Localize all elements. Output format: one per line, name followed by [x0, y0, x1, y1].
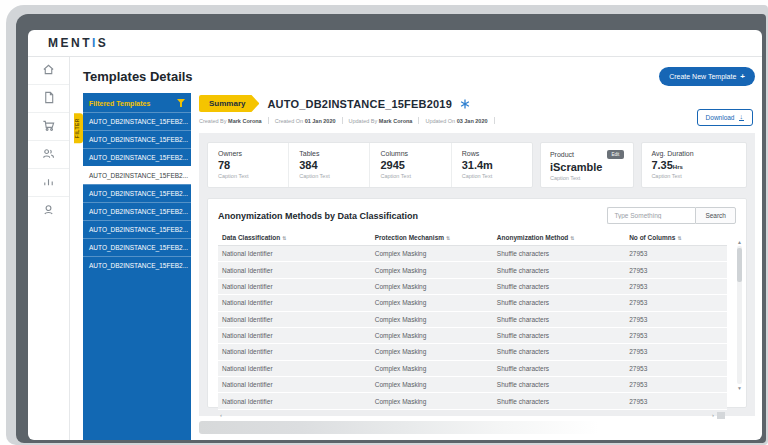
cell-data-classification: National Identifier	[218, 328, 371, 343]
scroll-down-icon[interactable]: ▼	[737, 385, 742, 391]
table-row[interactable]: National Identifier Complex Masking Shuf…	[218, 312, 727, 328]
users-icon	[42, 146, 55, 164]
product-badge[interactable]: Edit	[607, 150, 625, 159]
scroll-right-icon[interactable]: ›	[712, 412, 714, 418]
cell-data-classification: National Identifier	[218, 312, 371, 327]
table-body: National Identifier Complex Masking Shuf…	[218, 246, 727, 410]
mentis-logo[interactable]: MENTIS	[48, 36, 108, 50]
filtered-templates-header: Filtered Templates	[83, 93, 191, 112]
filter-icon[interactable]	[177, 99, 185, 107]
download-icon: ↓	[739, 114, 745, 121]
sort-icon: ⇅	[570, 235, 574, 241]
cell-data-classification: National Identifier	[218, 295, 371, 310]
table-row[interactable]: National Identifier Complex Masking Shuf…	[218, 328, 727, 344]
app-window: MENTIS	[28, 30, 762, 440]
table-row[interactable]: National Identifier Complex Masking Shuf…	[218, 295, 727, 311]
file-icon	[43, 90, 55, 108]
cell-data-classification: National Identifier	[218, 361, 371, 376]
cell-protection-mechanism: Complex Masking	[371, 377, 493, 392]
product-label: Product	[550, 151, 574, 158]
sidebar-item-home[interactable]	[28, 57, 69, 85]
table-row[interactable]: National Identifier Complex Masking Shuf…	[218, 393, 727, 409]
cell-protection-mechanism: Complex Masking	[371, 279, 493, 294]
data-table: Data Classification⇅ Protection Mechanis…	[218, 231, 736, 403]
sidebar-item-cart[interactable]	[28, 113, 69, 141]
table-row[interactable]: National Identifier Complex Masking Shuf…	[218, 279, 727, 295]
meta-separator	[494, 117, 495, 124]
table-row[interactable]: National Identifier Complex Masking Shuf…	[218, 246, 727, 262]
filter-tab[interactable]: FILTER	[74, 113, 83, 143]
summary-block: Summary AUTO_DB2INSTANCE_15FEB2019	[199, 93, 755, 124]
cell-no-of-columns: 27953	[625, 361, 727, 376]
template-item[interactable]: AUTO_DB2INSTANCE_15FEB2...	[83, 166, 191, 184]
scrollbar-track[interactable]	[737, 246, 742, 384]
stat-card: Rows 31.4m Caption Text	[451, 143, 532, 187]
template-item[interactable]: AUTO_DB2INSTANCE_15FEB2...	[83, 148, 191, 166]
sidebar-item-users[interactable]	[28, 141, 69, 169]
template-item[interactable]: AUTO_DB2INSTANCE_15FEB2...	[83, 220, 191, 238]
cell-no-of-columns: 27953	[625, 262, 727, 277]
meta-item: Updated By Mark Corona	[349, 118, 413, 124]
scrollbar-corner[interactable]	[717, 412, 725, 419]
create-new-template-button[interactable]: Create New Template +	[659, 67, 755, 86]
cell-data-classification: National Identifier	[218, 279, 371, 294]
stat-card: Tables 384 Caption Text	[288, 143, 369, 187]
cell-no-of-columns: 27953	[625, 295, 727, 310]
meta-separator	[418, 117, 419, 124]
duration-caption: Caption Text	[651, 173, 737, 179]
cell-data-classification: National Identifier	[218, 344, 371, 359]
table-row[interactable]: National Identifier Complex Masking Shuf…	[218, 262, 727, 278]
table-row[interactable]: National Identifier Complex Masking Shuf…	[218, 377, 727, 393]
cell-anonymization-method: Shuffle characters	[493, 377, 625, 392]
cell-protection-mechanism: Complex Masking	[371, 295, 493, 310]
stat-card-group: Owners 78 Caption Text Tables 384	[207, 142, 533, 188]
search-button[interactable]: Search	[695, 207, 736, 224]
template-item[interactable]: AUTO_DB2INSTANCE_15FEB2...	[83, 256, 191, 274]
column-header[interactable]: Protection Mechanism⇅	[371, 231, 493, 245]
template-item[interactable]: AUTO_DB2INSTANCE_15FEB2...	[83, 184, 191, 202]
table-row[interactable]: National Identifier Complex Masking Shuf…	[218, 344, 727, 360]
table-header-row: Data Classification⇅ Protection Mechanis…	[218, 231, 727, 246]
sort-icon: ⇅	[282, 235, 286, 241]
scroll-up-icon[interactable]: ▲	[737, 239, 742, 245]
column-header[interactable]: No of Columns⇅	[625, 231, 727, 245]
table-row[interactable]: National Identifier Complex Masking Shuf…	[218, 361, 727, 377]
stat-value: 2945	[380, 159, 440, 171]
sidebar-item-analytics[interactable]	[28, 169, 69, 197]
analytics-icon	[42, 174, 55, 192]
cell-data-classification: National Identifier	[218, 393, 371, 408]
cell-protection-mechanism: Complex Masking	[371, 328, 493, 343]
stat-caption: Caption Text	[299, 173, 359, 179]
cell-anonymization-method: Shuffle characters	[493, 262, 625, 277]
cell-protection-mechanism: Complex Masking	[371, 312, 493, 327]
cell-protection-mechanism: Complex Masking	[371, 262, 493, 277]
page-scrollbar[interactable]	[199, 421, 607, 434]
sidebar-item-documents[interactable]	[28, 85, 69, 113]
stat-value: 31.4m	[462, 159, 522, 171]
cell-no-of-columns: 27953	[625, 393, 727, 408]
meta-item: Created On 01 Jan 2020	[275, 118, 336, 124]
search-input[interactable]	[607, 207, 695, 224]
scrollbar-thumb[interactable]	[737, 248, 742, 282]
cell-no-of-columns: 27953	[625, 279, 727, 294]
cell-no-of-columns: 27953	[625, 328, 727, 343]
product-value: iScramble	[550, 161, 624, 173]
home-icon	[42, 62, 55, 80]
download-button[interactable]: Download ↓	[697, 109, 753, 126]
cell-no-of-columns: 27953	[625, 344, 727, 359]
column-header[interactable]: Anonymization Method⇅	[493, 231, 625, 245]
template-item[interactable]: AUTO_DB2INSTANCE_15FEB2...	[83, 202, 191, 220]
template-item[interactable]: AUTO_DB2INSTANCE_15FEB2...	[83, 238, 191, 256]
column-header[interactable]: Data Classification⇅	[218, 231, 371, 245]
cell-protection-mechanism: Complex Masking	[371, 246, 493, 261]
template-item[interactable]: AUTO_DB2INSTANCE_15FEB2...	[83, 130, 191, 148]
cell-anonymization-method: Shuffle characters	[493, 312, 625, 327]
tab-summary[interactable]: Summary	[199, 95, 259, 112]
cell-anonymization-method: Shuffle characters	[493, 344, 625, 359]
sidebar-item-support[interactable]	[28, 197, 69, 225]
scroll-left-icon[interactable]: ‹	[220, 412, 222, 418]
cell-no-of-columns: 27953	[625, 377, 727, 392]
template-item[interactable]: AUTO_DB2INSTANCE_15FEB2...	[83, 112, 191, 130]
stat-value: 78	[218, 159, 278, 171]
stat-card: Owners 78 Caption Text	[208, 143, 288, 187]
